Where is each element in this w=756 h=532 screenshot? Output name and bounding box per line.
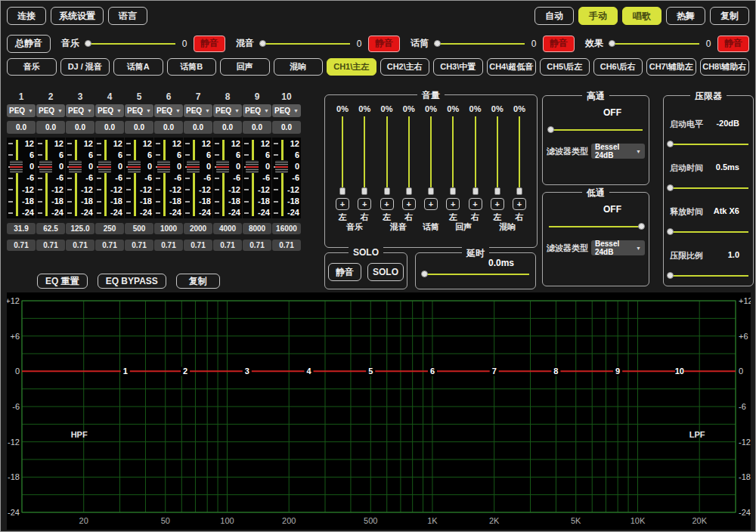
eq-freq-value[interactable]: 2000 <box>184 223 212 234</box>
eq-fader[interactable]: 1260-6-12-18-24 <box>272 138 301 218</box>
slider-knob[interactable] <box>361 187 367 195</box>
master-mic-slider[interactable] <box>434 39 525 48</box>
eq-type-select[interactable]: PEQ▼ <box>95 104 124 117</box>
eq-response-plot[interactable]: +12+12+6+600-6-6-12-12-18-18-24-24205010… <box>7 292 751 530</box>
slider-knob[interactable] <box>339 187 345 195</box>
eq-gain-value[interactable]: 0.0 <box>184 121 212 134</box>
delay-slider[interactable] <box>422 270 529 278</box>
manual-button[interactable]: 手动 <box>578 7 618 25</box>
eq-gain-value[interactable]: 0.0 <box>213 121 242 134</box>
eq-q-value[interactable]: 0.71 <box>243 240 271 251</box>
eq-freq-value[interactable]: 1000 <box>154 223 183 234</box>
master-mic-mute-button[interactable]: 静音 <box>543 36 575 52</box>
mute-all-button[interactable]: 总静音 <box>7 35 51 53</box>
slider-knob[interactable] <box>259 40 266 47</box>
tab-ch3-center[interactable]: CH3\中置 <box>433 58 483 76</box>
sing-button[interactable]: 唱歌 <box>622 7 662 25</box>
volume-plus-button[interactable]: + <box>513 198 526 210</box>
eq-freq-value[interactable]: 125.0 <box>66 223 94 234</box>
eq-fader[interactable]: 1260-6-12-18-24 <box>95 138 124 218</box>
eq-freq-value[interactable]: 31.9 <box>7 223 36 234</box>
eq-q-value[interactable]: 0.71 <box>272 240 301 251</box>
volume-plus-button[interactable]: + <box>469 198 482 210</box>
volume-plus-button[interactable]: + <box>402 198 416 210</box>
volume-slider[interactable] <box>360 116 369 195</box>
slider-knob[interactable] <box>472 187 479 195</box>
volume-slider[interactable] <box>515 116 524 195</box>
master-music-slider[interactable] <box>85 39 175 48</box>
eq-q-value[interactable]: 0.71 <box>7 240 36 251</box>
tab-reverb[interactable]: 混响 <box>274 58 324 76</box>
volume-slider[interactable] <box>383 116 392 195</box>
slider-knob[interactable] <box>667 272 674 279</box>
slider-knob[interactable] <box>516 187 522 195</box>
eq-type-select[interactable]: PEQ▼ <box>184 104 212 117</box>
tab-mic-b[interactable]: 话筒B <box>167 58 217 76</box>
eq-q-value[interactable]: 0.71 <box>213 240 242 251</box>
eq-type-select[interactable]: PEQ▼ <box>7 104 36 117</box>
eq-gain-value[interactable]: 0.0 <box>95 121 124 134</box>
language-button[interactable]: 语言 <box>108 7 147 25</box>
eq-bypass-button[interactable]: EQ BYPASS <box>98 274 166 289</box>
slider-knob[interactable] <box>547 126 554 133</box>
slider-knob[interactable] <box>406 187 412 195</box>
limiter-release-slider[interactable] <box>668 227 748 236</box>
master-effect-mute-button[interactable]: 静音 <box>717 36 749 52</box>
slider-knob[interactable] <box>494 187 500 195</box>
eq-type-select[interactable]: PEQ▼ <box>272 104 301 117</box>
volume-plus-button[interactable]: + <box>358 198 371 210</box>
eq-gain-value[interactable]: 0.0 <box>36 121 65 134</box>
eq-fader[interactable]: 1260-6-12-18-24 <box>213 138 242 218</box>
master-mix-slider[interactable] <box>259 39 350 48</box>
tab-ch4-subwoofer[interactable]: CH4\超低音 <box>487 58 537 76</box>
eq-type-select[interactable]: PEQ▼ <box>36 104 65 117</box>
limiter-attack-slider[interactable] <box>668 184 748 192</box>
volume-slider[interactable] <box>448 116 457 195</box>
tab-echo[interactable]: 回声 <box>220 58 270 76</box>
tab-ch6-rear-right[interactable]: CH6\后右 <box>593 58 643 76</box>
eq-fader[interactable]: 1260-6-12-18-24 <box>66 138 94 218</box>
copy-button[interactable]: 复制 <box>710 7 749 25</box>
slider-knob[interactable] <box>85 40 91 47</box>
eq-q-value[interactable]: 0.71 <box>66 240 94 251</box>
system-settings-button[interactable]: 系统设置 <box>51 7 104 25</box>
eq-freq-value[interactable]: 250 <box>95 223 124 234</box>
eq-q-value[interactable]: 0.71 <box>154 240 183 251</box>
volume-plus-button[interactable]: + <box>446 198 460 210</box>
eq-q-value[interactable]: 0.71 <box>36 240 65 251</box>
volume-plus-button[interactable]: + <box>491 198 504 210</box>
eq-fader[interactable]: 1260-6-12-18-24 <box>154 138 183 218</box>
eq-freq-value[interactable]: 16000 <box>272 223 301 234</box>
eq-q-value[interactable]: 0.71 <box>184 240 212 251</box>
eq-freq-value[interactable]: 8000 <box>243 223 271 234</box>
limiter-threshold-slider[interactable] <box>668 140 748 148</box>
master-effect-slider[interactable] <box>609 39 699 48</box>
eq-reset-button[interactable]: EQ 重置 <box>37 274 88 289</box>
tab-ch1-main-left[interactable]: CH1\主左 <box>327 58 376 76</box>
eq-type-select[interactable]: PEQ▼ <box>66 104 94 117</box>
tab-ch7-aux-left[interactable]: CH7\辅助左 <box>646 58 696 76</box>
eq-type-select[interactable]: PEQ▼ <box>213 104 242 117</box>
volume-slider[interactable] <box>426 116 435 195</box>
eq-fader[interactable]: 1260-6-12-18-24 <box>125 138 153 218</box>
slider-knob[interactable] <box>384 187 390 195</box>
eq-type-select[interactable]: PEQ▼ <box>154 104 183 117</box>
slider-knob[interactable] <box>434 40 441 47</box>
eq-type-select[interactable]: PEQ▼ <box>125 104 153 117</box>
master-mix-mute-button[interactable]: 静音 <box>368 36 400 52</box>
eq-gain-value[interactable]: 0.0 <box>7 121 36 134</box>
eq-gain-value[interactable]: 0.0 <box>272 121 301 134</box>
slider-knob[interactable] <box>667 141 674 147</box>
volume-plus-button[interactable]: + <box>424 198 438 210</box>
eq-freq-value[interactable]: 4000 <box>213 223 242 234</box>
slider-knob[interactable] <box>667 184 674 191</box>
eq-fader[interactable]: 1260-6-12-18-24 <box>36 138 65 218</box>
eq-fader[interactable]: 1260-6-12-18-24 <box>184 138 212 218</box>
connect-button[interactable]: 连接 <box>7 7 46 25</box>
slider-knob[interactable] <box>421 271 428 277</box>
volume-slider[interactable] <box>493 116 502 195</box>
eq-freq-value[interactable]: 62.5 <box>36 223 65 234</box>
tab-ch8-aux-right[interactable]: CH8\辅助右 <box>700 58 750 76</box>
eq-gain-value[interactable]: 0.0 <box>125 121 153 134</box>
volume-slider[interactable] <box>338 116 347 195</box>
